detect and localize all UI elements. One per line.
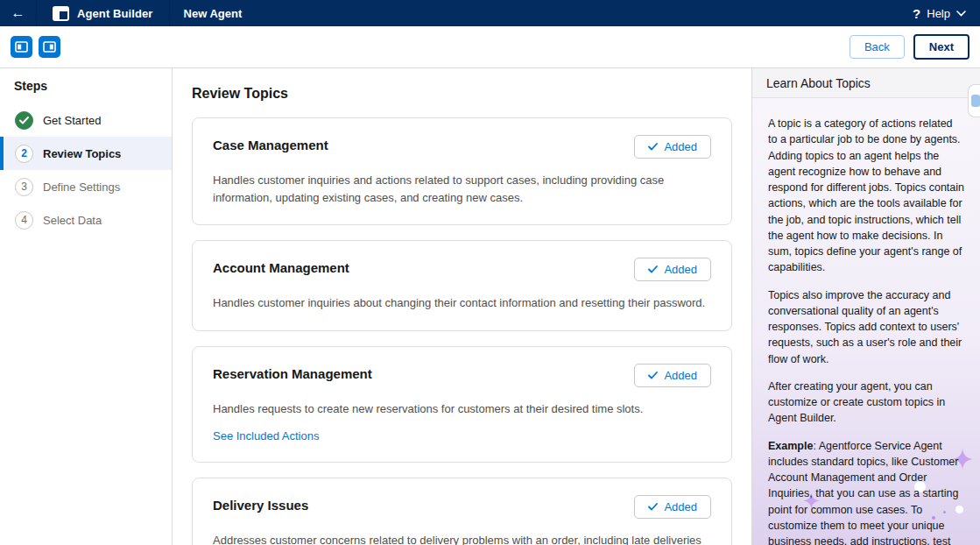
step-select-data[interactable]: 4 Select Data (0, 203, 172, 237)
panel-collapse-handle[interactable] (968, 84, 980, 117)
check-icon (648, 263, 658, 276)
step-label: Select Data (43, 214, 102, 227)
learn-panel-title: Learn About Topics (752, 68, 980, 98)
topic-title: Reservation Management (213, 364, 372, 381)
learn-about-topics-panel: Learn About Topics A topic is a category… (751, 68, 980, 545)
app-title: Agent Builder (77, 7, 153, 20)
step-number: 4 (15, 211, 33, 230)
added-button[interactable]: Added (634, 135, 711, 159)
back-button[interactable]: Back (850, 35, 905, 59)
steps-heading: Steps (0, 79, 172, 103)
review-topics-panel: Review Topics Case Management Added Hand… (173, 68, 751, 545)
step-number: 2 (15, 145, 33, 163)
builder-layout-icon (53, 6, 69, 21)
added-label: Added (664, 369, 697, 382)
learn-paragraph: A topic is a category of actions related… (768, 116, 964, 276)
step-label: Define Settings (43, 180, 120, 194)
agent-builder-app: ← Agent Builder New Agent ? Help (0, 0, 980, 545)
panel-left-icon (15, 41, 28, 53)
added-label: Added (664, 140, 697, 153)
step-define-settings[interactable]: 3 Define Settings (0, 170, 172, 203)
help-question-icon: ? (913, 6, 920, 21)
check-icon (648, 140, 658, 153)
added-label: Added (664, 263, 697, 276)
check-icon (648, 500, 658, 513)
topic-card-reservation-management: Reservation Management Added Handles req… (192, 346, 732, 464)
help-menu[interactable]: ? Help (913, 6, 980, 21)
help-label: Help (927, 7, 950, 20)
example-label: Example (768, 440, 813, 452)
page-title: New Agent (170, 7, 257, 20)
topic-card-case-management: Case Management Added Handles customer i… (192, 117, 732, 225)
app-title-group: Agent Builder (37, 0, 170, 26)
topic-description: Handles customer inquiries about changin… (213, 294, 711, 312)
toggle-left-panel-button[interactable] (11, 36, 32, 58)
learn-example-paragraph: Example: Agentforce Service Agent includ… (768, 438, 964, 545)
top-navbar: ← Agent Builder New Agent ? Help (0, 0, 980, 26)
step-number: 3 (15, 178, 33, 196)
topic-card-account-management: Account Management Added Handles custome… (192, 240, 732, 331)
section-title: Review Topics (192, 86, 732, 102)
see-included-actions-link[interactable]: See Included Actions (213, 429, 319, 442)
next-button[interactable]: Next (913, 34, 969, 60)
toggle-right-panel-button[interactable] (39, 36, 60, 58)
toolbar: Back Next (0, 26, 980, 68)
topic-description: Addresses customer concerns related to d… (213, 532, 711, 545)
learn-paragraph: Topics also improve the accuracy and con… (768, 287, 964, 367)
back-arrow-button[interactable]: ← (0, 0, 37, 26)
topic-description: Handles requests to create new reservati… (213, 400, 711, 418)
topic-description: Handles customer inquiries and actions r… (213, 172, 711, 206)
added-label: Added (664, 500, 697, 513)
topic-title: Delivery Issues (213, 495, 308, 513)
topic-card-delivery-issues: Delivery Issues Added Addresses customer… (192, 478, 732, 545)
added-button[interactable]: Added (634, 258, 711, 281)
step-get-started[interactable]: Get Started (0, 103, 172, 137)
step-complete-icon (15, 111, 33, 130)
added-button[interactable]: Added (634, 364, 711, 387)
topic-title: Account Management (213, 258, 349, 275)
topic-title: Case Management (213, 135, 328, 152)
steps-sidebar: Steps Get Started 2 Review Topics 3 Defi… (0, 68, 173, 545)
step-label: Review Topics (43, 147, 121, 160)
added-button[interactable]: Added (634, 495, 711, 519)
learn-paragraph: After creating your agent, you can custo… (768, 379, 964, 427)
back-arrow-icon: ← (11, 5, 25, 21)
check-icon (648, 369, 658, 382)
step-label: Get Started (43, 114, 101, 127)
learn-panel-body: A topic is a category of actions related… (752, 98, 980, 545)
panel-right-icon (43, 41, 56, 53)
chevron-down-icon (956, 11, 966, 17)
einstein-icon (971, 95, 980, 107)
step-review-topics[interactable]: 2 Review Topics (0, 137, 172, 170)
